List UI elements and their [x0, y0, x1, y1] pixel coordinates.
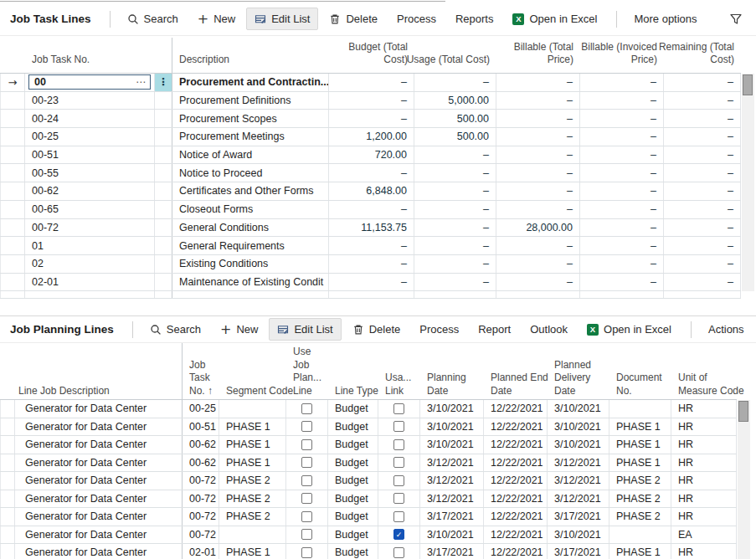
- use-job-plan-checkbox[interactable]: [301, 511, 312, 522]
- line-type-cell[interactable]: Budget: [328, 400, 378, 418]
- uom-cell[interactable]: HR: [671, 418, 737, 436]
- remaining-cell[interactable]: –: [664, 182, 741, 200]
- planning-date-cell[interactable]: 3/12/2021: [420, 454, 484, 472]
- planned-delivery-cell[interactable]: 3/12/2021: [548, 454, 609, 472]
- job-task-no-cell[interactable]: 00-51: [25, 146, 155, 164]
- planned-end-cell[interactable]: 12/22/2021: [484, 490, 548, 508]
- document-no-cell[interactable]: PHASE 2: [609, 490, 671, 508]
- planned-delivery-cell[interactable]: 3/10/2021: [548, 418, 609, 436]
- process-button[interactable]: Process: [388, 8, 445, 30]
- use-job-plan-checkbox[interactable]: [301, 439, 312, 450]
- task-no-cell[interactable]: 00-51: [183, 418, 219, 436]
- billable-total-cell[interactable]: –: [496, 110, 580, 127]
- job-task-no-cell[interactable]: 00-55: [25, 164, 155, 182]
- description-cell[interactable]: Procurement Meetings: [172, 128, 329, 146]
- row-selector-cell[interactable]: [0, 128, 25, 146]
- usage-link-checkbox[interactable]: [393, 421, 404, 432]
- billable-total-cell[interactable]: –: [496, 164, 580, 182]
- planned-end-cell[interactable]: 12/22/2021: [484, 508, 548, 526]
- job-task-lines-title[interactable]: Job Task Lines: [10, 13, 101, 25]
- uom-cell[interactable]: HR: [671, 490, 737, 508]
- open-in-excel-button[interactable]: X Open in Excel: [579, 318, 680, 341]
- document-no-cell[interactable]: PHASE 1: [609, 436, 671, 454]
- planned-end-cell[interactable]: 12/22/2021: [484, 418, 548, 436]
- remaining-cell[interactable]: –: [664, 146, 741, 164]
- usage-cell[interactable]: –: [414, 146, 496, 164]
- billable-invoiced-cell[interactable]: –: [580, 255, 664, 273]
- document-no-cell[interactable]: PHASE 2: [609, 508, 671, 526]
- column-header-billable-total[interactable]: Billable (Total Price): [496, 38, 580, 73]
- billable-invoiced-cell[interactable]: –: [580, 74, 664, 91]
- usage-cell[interactable]: –: [414, 219, 496, 237]
- use-job-plan-checkbox[interactable]: [301, 529, 312, 540]
- use-job-plan-checkbox[interactable]: [301, 403, 312, 414]
- billable-total-cell[interactable]: 28,000.00: [496, 219, 580, 237]
- column-header-no[interactable]: Job Task No.: [25, 38, 155, 73]
- usage-link-checkbox[interactable]: [393, 457, 404, 468]
- budget-cell[interactable]: –: [329, 110, 414, 127]
- billable-total-cell[interactable]: –: [496, 201, 580, 218]
- job-task-lines-scrollbar-thumb[interactable]: [743, 74, 753, 95]
- planned-end-cell[interactable]: 12/22/2021: [484, 400, 548, 418]
- budget-cell[interactable]: 11,153.75: [329, 219, 414, 237]
- budget-cell[interactable]: –: [329, 74, 414, 91]
- billable-total-cell[interactable]: –: [496, 74, 580, 91]
- row-selector-cell[interactable]: [0, 146, 25, 164]
- line-type-cell[interactable]: Budget: [328, 418, 378, 436]
- job-task-no-input[interactable]: 00⋯: [28, 74, 151, 90]
- description-cell[interactable]: Generator for Data Center: [12, 472, 183, 490]
- usage-cell[interactable]: 500.00: [414, 128, 496, 146]
- column-header-usage[interactable]: Usage (Total Cost): [414, 38, 496, 73]
- usage-link-checkbox[interactable]: [393, 547, 404, 558]
- row-selector-cell[interactable]: [0, 255, 25, 273]
- uom-cell[interactable]: HR: [671, 544, 737, 559]
- column-header-usage-link[interactable]: Usa... Link: [378, 343, 420, 403]
- billable-total-cell[interactable]: –: [496, 92, 580, 110]
- row-selector-cell[interactable]: [0, 219, 25, 237]
- billable-invoiced-cell[interactable]: –: [580, 128, 664, 146]
- job-task-no-cell[interactable]: 02-01: [25, 274, 155, 291]
- job-planning-lines-title[interactable]: Job Planning Lines: [10, 323, 124, 336]
- job-planning-lines-scrollbar-track[interactable]: [738, 400, 750, 559]
- segment-cell[interactable]: PHASE 2: [219, 490, 286, 508]
- task-no-cell[interactable]: 00-72: [183, 472, 219, 490]
- actions-button[interactable]: Actions: [700, 318, 753, 341]
- usage-cell[interactable]: –: [414, 274, 496, 291]
- planned-end-cell[interactable]: 12/22/2021: [484, 472, 548, 490]
- line-type-cell[interactable]: Budget: [328, 436, 378, 454]
- planned-delivery-cell[interactable]: 3/10/2021: [548, 400, 609, 418]
- description-cell[interactable]: Notice of Award: [172, 146, 329, 164]
- column-header-description[interactable]: Line Job Description: [12, 343, 183, 403]
- planned-delivery-cell[interactable]: 3/12/2021: [548, 472, 609, 490]
- column-header-planned-end[interactable]: Planned End Date: [484, 343, 548, 403]
- billable-total-cell[interactable]: –: [496, 274, 580, 291]
- description-cell[interactable]: Closeout Forms: [172, 201, 329, 218]
- planning-date-cell[interactable]: 3/12/2021: [420, 472, 484, 490]
- uom-cell[interactable]: HR: [671, 508, 737, 526]
- usage-cell[interactable]: –: [414, 164, 496, 182]
- new-button[interactable]: + New: [212, 318, 266, 341]
- column-header-description[interactable]: Description: [172, 38, 329, 73]
- job-task-no-cell[interactable]: 00-23: [25, 92, 155, 110]
- planning-date-cell[interactable]: 3/12/2021: [420, 490, 484, 508]
- use-job-plan-checkbox[interactable]: [301, 457, 312, 468]
- remaining-cell[interactable]: –: [664, 255, 741, 273]
- budget-cell[interactable]: 720.00: [329, 146, 414, 164]
- job-task-no-cell[interactable]: 00-62: [25, 182, 155, 200]
- job-task-no-cell[interactable]: 00-65: [25, 201, 155, 218]
- budget-cell[interactable]: –: [329, 201, 414, 218]
- billable-total-cell[interactable]: –: [496, 146, 580, 164]
- job-planning-lines-scrollbar-thumb[interactable]: [738, 401, 748, 422]
- planned-delivery-cell[interactable]: 3/10/2021: [548, 526, 609, 544]
- planned-end-cell[interactable]: 12/22/2021: [484, 454, 548, 472]
- column-header-document-no[interactable]: Document No.: [609, 343, 671, 403]
- usage-link-checkbox[interactable]: ✓: [393, 529, 404, 540]
- column-header-remaining[interactable]: Remaining (Total Cost): [664, 38, 741, 73]
- usage-cell[interactable]: –: [414, 237, 496, 254]
- column-header-task-no[interactable]: Job Task No. ↑: [183, 343, 219, 403]
- billable-invoiced-cell[interactable]: –: [580, 201, 664, 218]
- column-header-use-plan[interactable]: Use Job Plan... Line: [286, 343, 328, 403]
- budget-cell[interactable]: –: [329, 164, 414, 182]
- billable-invoiced-cell[interactable]: –: [580, 237, 664, 254]
- planning-date-cell[interactable]: 3/10/2021: [420, 418, 484, 436]
